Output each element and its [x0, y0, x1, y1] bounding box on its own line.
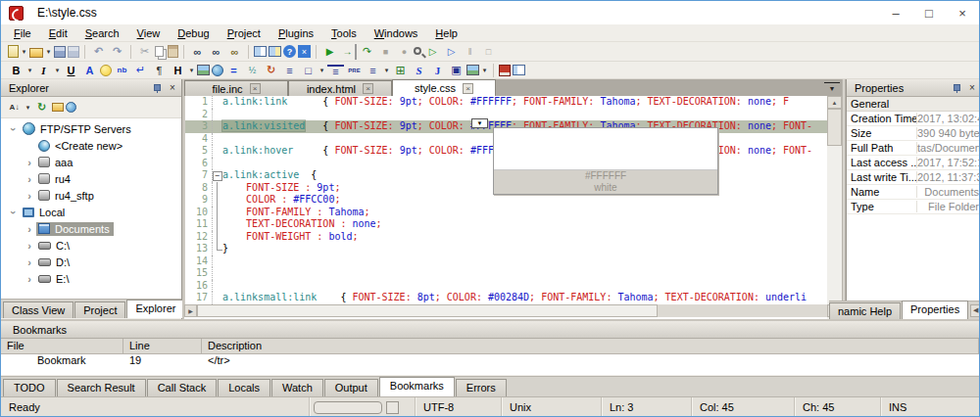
- bold-button-dropdown-icon[interactable]: ▾: [25, 67, 34, 74]
- italic-button[interactable]: I: [35, 63, 52, 78]
- align-justify-button[interactable]: ≡: [281, 63, 298, 78]
- tree-item-drive-c[interactable]: ›C:\: [1, 237, 181, 254]
- code-line-15[interactable]: 15: [185, 267, 827, 280]
- close-tab-icon[interactable]: ×: [250, 83, 261, 94]
- open-file-button[interactable]: [29, 48, 43, 58]
- list-button[interactable]: ≡: [365, 63, 381, 78]
- browser-preview-button[interactable]: [269, 46, 281, 57]
- horizontal-scroll-thumb[interactable]: [197, 304, 658, 317]
- tab-list-icon[interactable]: ▼: [824, 82, 840, 94]
- tab-properties[interactable]: Properties: [902, 301, 968, 319]
- chevron-right-icon[interactable]: ›: [23, 223, 36, 235]
- new-file-button[interactable]: [8, 45, 19, 58]
- tab-errors[interactable]: Errors: [456, 379, 507, 396]
- scroll-up-icon[interactable]: ▲: [827, 96, 842, 109]
- code-line-12[interactable]: 12 FONT-WEIGHT : bold;: [185, 231, 827, 244]
- code-line-10[interactable]: 10 FONT-FAMILY : Tahoma;: [185, 207, 827, 219]
- copy-button[interactable]: [155, 46, 164, 57]
- chevron-down-icon[interactable]: ›: [8, 122, 20, 136]
- list-button-dropdown-icon[interactable]: ▾: [382, 67, 391, 74]
- pin-icon[interactable]: [953, 83, 961, 93]
- div-container-button-dropdown-icon[interactable]: ▾: [318, 67, 326, 74]
- cut-button[interactable]: ✂: [136, 44, 153, 60]
- tab-todo[interactable]: TODO: [3, 379, 56, 396]
- tree-item-drive-e[interactable]: ›E:\: [1, 270, 181, 287]
- help-button[interactable]: ?: [283, 45, 296, 58]
- color-picker-dropdown-icon[interactable]: ▼: [471, 118, 488, 128]
- fold-marker-icon[interactable]: [213, 207, 222, 219]
- code-line-17[interactable]: 17a.linksmall:link { FONT-SIZE: 8pt; COL…: [185, 292, 827, 304]
- tab-scroll-left-icon[interactable]: ◀: [970, 304, 980, 317]
- close-tab-icon[interactable]: ×: [463, 83, 473, 94]
- run-to-cursor-button[interactable]: ▷: [424, 44, 441, 60]
- fold-marker-icon[interactable]: [213, 231, 222, 244]
- menu-edit[interactable]: Edit: [40, 26, 76, 40]
- chevron-right-icon[interactable]: ›: [23, 157, 36, 168]
- close-button[interactable]: ×: [946, 1, 979, 24]
- tree-item-server-ru4-sftp[interactable]: ›ru4_sftp: [1, 187, 181, 204]
- menu-plugins[interactable]: Plugins: [270, 26, 322, 40]
- inspect-button[interactable]: [414, 47, 421, 55]
- close-panel-icon[interactable]: ×: [168, 82, 177, 93]
- property-row[interactable]: Last write Ti...2012, 11:37:30: [847, 170, 980, 185]
- font-color-button[interactable]: A: [81, 63, 98, 78]
- heading-button-dropdown-icon[interactable]: ▾: [187, 67, 196, 74]
- property-row[interactable]: Creation Time2017, 13:02:46: [847, 112, 980, 126]
- emoticon-button[interactable]: [100, 65, 112, 76]
- tab-bookmarks[interactable]: Bookmarks: [379, 377, 455, 396]
- tab-search-result[interactable]: Search Result: [57, 379, 146, 396]
- code-line-16[interactable]: 16: [185, 280, 827, 293]
- column-file[interactable]: File: [1, 339, 123, 353]
- media-button-dropdown-icon[interactable]: ▾: [480, 67, 489, 74]
- split-view-button[interactable]: [254, 46, 267, 57]
- menu-tools[interactable]: Tools: [322, 26, 366, 40]
- code-line-2[interactable]: 2: [185, 109, 827, 121]
- tab-project[interactable]: Project: [74, 301, 125, 318]
- div-container-button[interactable]: □: [300, 63, 317, 78]
- code-line-1[interactable]: 1a.link:link { FONT-SIZE: 9pt; COLOR: #F…: [185, 96, 827, 109]
- progress-stop-button[interactable]: [386, 401, 399, 414]
- status-line-ending[interactable]: Unix: [502, 397, 602, 417]
- tab-class-view[interactable]: Class View: [3, 301, 74, 318]
- italic-button-dropdown-icon[interactable]: ▾: [53, 67, 62, 74]
- undo-button[interactable]: ↶: [90, 44, 107, 60]
- menu-project[interactable]: Project: [219, 26, 270, 40]
- fold-marker-icon[interactable]: [213, 218, 222, 231]
- new-file-button-dropdown-icon[interactable]: ▾: [20, 48, 28, 56]
- refresh-button[interactable]: ↻: [33, 100, 50, 116]
- find-next-button[interactable]: ∞: [208, 44, 224, 60]
- maximize-button[interactable]: □: [912, 1, 946, 24]
- tree-item-server-aaa[interactable]: ›aaa: [1, 154, 181, 170]
- snippets-button[interactable]: [499, 65, 511, 76]
- hyperlink-button[interactable]: [212, 65, 223, 76]
- tab-file-inc[interactable]: file.inc×: [184, 80, 288, 96]
- tab-call-stack[interactable]: Call Stack: [147, 379, 218, 396]
- property-row[interactable]: Size390 940 bytes): [847, 126, 980, 141]
- scroll-right-icon[interactable]: ▶: [184, 304, 197, 317]
- sort-button-dropdown-icon[interactable]: ▾: [24, 104, 32, 112]
- code-line-9[interactable]: 9 COLOR : #FFCC00;: [185, 194, 827, 207]
- panels-button[interactable]: [513, 65, 525, 75]
- pre-button[interactable]: PRE: [346, 63, 363, 78]
- sort-button[interactable]: A↓: [6, 100, 23, 116]
- save-all-button[interactable]: [68, 46, 79, 58]
- tab-index-html[interactable]: index.html×: [288, 80, 392, 96]
- menu-windows[interactable]: Windows: [366, 26, 427, 40]
- menu-file[interactable]: File: [5, 26, 40, 40]
- heading-button[interactable]: H: [170, 63, 186, 78]
- paragraph-button[interactable]: ¶: [151, 63, 168, 78]
- stop-button[interactable]: ■: [377, 44, 394, 60]
- property-row[interactable]: Full Pathtas/Documents: [847, 141, 980, 156]
- menu-search[interactable]: Search: [76, 26, 128, 40]
- insert-image-button[interactable]: [197, 65, 210, 75]
- horizontal-scrollbar[interactable]: ◀ ▶: [184, 304, 827, 317]
- column-line[interactable]: Line: [123, 339, 202, 353]
- nbsp-button[interactable]: nb: [114, 63, 130, 78]
- redo-button[interactable]: ↷: [109, 44, 125, 60]
- status-insert-mode[interactable]: INS: [881, 397, 979, 417]
- find-in-files-button[interactable]: ∞: [226, 44, 243, 60]
- code-line-13[interactable]: 13}: [185, 243, 827, 255]
- pin-icon[interactable]: [153, 83, 162, 93]
- style-button[interactable]: S: [411, 63, 427, 78]
- find-button[interactable]: ∞: [189, 44, 206, 60]
